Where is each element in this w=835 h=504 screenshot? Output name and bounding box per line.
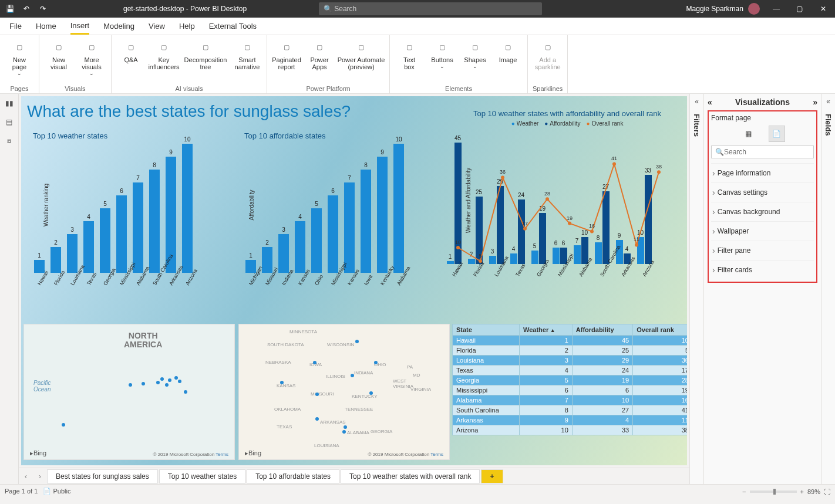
- section-canvas-settings[interactable]: Canvas settings: [711, 182, 814, 202]
- section-filter-pane[interactable]: Filter pane: [711, 241, 814, 260]
- page-tabs: ‹ › Best states for sunglass salesTop 10…: [19, 468, 689, 484]
- ribbon-smart-narrative[interactable]: ▢Smart narrative: [233, 38, 262, 84]
- ribbon-tabs: FileHomeInsertModelingViewHelpExternal T…: [0, 18, 835, 35]
- map1-terms-link[interactable]: Terms: [216, 452, 228, 457]
- data-view-icon[interactable]: ▤: [4, 116, 15, 128]
- global-search[interactable]: 🔍 Search: [319, 2, 542, 15]
- table-row[interactable]: Arkansas9411: [453, 415, 688, 425]
- collapse-fields-icon[interactable]: «: [826, 97, 830, 106]
- ribbon-paginated-report[interactable]: ▢Paginated report: [272, 38, 301, 84]
- redo-icon[interactable]: ↷: [38, 4, 48, 14]
- collapse-filters-icon[interactable]: «: [695, 97, 699, 106]
- fields-pane-collapsed[interactable]: « Fields: [821, 94, 835, 484]
- tab-home[interactable]: Home: [36, 18, 56, 35]
- chart2-ylabel: Affordability: [248, 190, 255, 220]
- zoom-in[interactable]: +: [800, 488, 804, 495]
- legend-weather: Weather: [511, 120, 539, 127]
- collapse-viz-icon[interactable]: «: [708, 97, 712, 107]
- ribbon-image[interactable]: ▢Image: [493, 38, 523, 84]
- avatar[interactable]: [748, 3, 760, 15]
- viz-pane-header: « Visualizations »: [708, 97, 817, 107]
- col-weather[interactable]: Weather ▲: [519, 324, 572, 336]
- minimize-button[interactable]: —: [765, 0, 788, 18]
- page-tab[interactable]: Best states for sunglass sales: [47, 469, 158, 483]
- map-north-america[interactable]: NORTH AMERICA Pacific Ocean ▸Bing © 2019…: [23, 324, 235, 460]
- ribbon-power-apps[interactable]: ▢Power Apps: [305, 38, 334, 84]
- page-tab[interactable]: Top 10 weather states: [159, 469, 245, 483]
- chart-top10-weather[interactable]: Top 10 weather states Weather ranking 1H…: [33, 131, 221, 289]
- model-view-icon[interactable]: ⧈: [4, 135, 15, 147]
- col-overall-rank[interactable]: Overall rank: [633, 324, 687, 336]
- ribbon-text-box[interactable]: ▢Text box: [395, 38, 424, 84]
- page-tab[interactable]: Top 10 weather states with overall rank: [341, 469, 480, 483]
- table-row[interactable]: Florida2255: [453, 346, 688, 356]
- page-tab[interactable]: Top 10 affordable states: [247, 469, 339, 483]
- report-canvas[interactable]: What are the best states for sunglass sa…: [21, 96, 687, 465]
- table-row[interactable]: Alabama71016: [453, 395, 688, 405]
- search-icon: 🔍: [324, 5, 332, 13]
- page-next[interactable]: ›: [33, 472, 47, 481]
- chart-top10-affordable[interactable]: Top 10 affordable states Affordability 1…: [244, 131, 432, 289]
- table-row[interactable]: Mississippi6619: [453, 385, 688, 395]
- col-state[interactable]: State: [453, 324, 520, 336]
- table-row[interactable]: Arizona103338: [453, 425, 688, 435]
- window-title: get-started-desktop - Power BI Desktop: [123, 5, 247, 13]
- map-us-states[interactable]: ▸Bing © 2019 Microsoft Corporation Terms…: [238, 324, 450, 460]
- undo-icon[interactable]: ↶: [21, 4, 32, 14]
- legend-overall: Overall rank: [586, 120, 623, 127]
- data-table[interactable]: StateWeather ▲AffordabilityOverall rank …: [452, 324, 687, 435]
- page-prev[interactable]: ‹: [19, 472, 33, 481]
- section-wallpaper[interactable]: Wallpaper: [711, 221, 814, 241]
- tab-help[interactable]: Help: [179, 18, 195, 35]
- zoom-control[interactable]: − + 89% ⛶: [742, 488, 830, 495]
- add-page-button[interactable]: +: [481, 469, 503, 483]
- ribbon: ▢New page⌄Pages▢New visual▢More visuals⌄…: [0, 35, 835, 94]
- ribbon-new-visual[interactable]: ▢New visual: [44, 38, 73, 84]
- tab-file[interactable]: File: [9, 18, 22, 35]
- legend-affordability: Affordability: [544, 120, 580, 127]
- build-visual-tab-icon[interactable]: ▦: [740, 126, 757, 142]
- ribbon-shapes[interactable]: ▢Shapes⌄: [460, 38, 490, 84]
- tab-external-tools[interactable]: External Tools: [209, 18, 257, 35]
- format-search[interactable]: 🔍: [711, 146, 814, 158]
- chart-combo[interactable]: Top 10 weather states with affordability…: [444, 109, 687, 280]
- table-row[interactable]: South Carolina82741: [453, 405, 688, 415]
- expand-viz-icon[interactable]: »: [813, 97, 817, 107]
- ribbon-more-visuals[interactable]: ▢More visuals⌄: [77, 38, 106, 84]
- table-row[interactable]: Louisiana32936: [453, 356, 688, 366]
- zoom-slider[interactable]: [750, 491, 797, 493]
- zoom-out[interactable]: −: [742, 488, 746, 495]
- ribbon-q&a[interactable]: ▢Q&A: [116, 38, 146, 84]
- tab-insert[interactable]: Insert: [70, 18, 90, 35]
- search-placeholder: Search: [334, 5, 356, 13]
- format-search-input[interactable]: [724, 148, 812, 156]
- search-icon: 🔍: [715, 148, 724, 156]
- section-page-information[interactable]: Page information: [711, 163, 814, 182]
- map2-terms-link[interactable]: Terms: [430, 452, 443, 457]
- fit-page-icon[interactable]: ⛶: [824, 488, 830, 495]
- format-page-tab-icon[interactable]: 📄: [769, 126, 785, 142]
- ribbon-decomposition-tree[interactable]: ▢Decomposition tree: [182, 38, 229, 84]
- user-name[interactable]: Maggie Sparkman: [686, 5, 743, 13]
- close-button[interactable]: ✕: [812, 0, 835, 18]
- ribbon-buttons[interactable]: ▢Buttons⌄: [427, 38, 457, 84]
- table-row[interactable]: Texas42417: [453, 366, 688, 376]
- maximize-button[interactable]: ▢: [788, 0, 812, 18]
- col-affordability[interactable]: Affordability: [572, 324, 632, 336]
- section-canvas-background[interactable]: Canvas background: [711, 202, 814, 221]
- ribbon-power-automate-(preview)[interactable]: ▢Power Automate (preview): [338, 38, 385, 84]
- section-filter-cards[interactable]: Filter cards: [711, 260, 814, 279]
- ribbon-new-page[interactable]: ▢New page⌄: [5, 38, 34, 84]
- view-switcher: ▮▮ ▤ ⧈: [0, 94, 19, 484]
- save-icon[interactable]: 💾: [5, 4, 15, 14]
- table-row[interactable]: Hawaii14510: [453, 336, 688, 346]
- table-row[interactable]: Georgia51928: [453, 376, 688, 385]
- chart1-ylabel: Weather ranking: [43, 184, 49, 226]
- bing-icon: ▸Bing: [30, 449, 46, 457]
- filters-pane-collapsed[interactable]: « Filters: [689, 94, 703, 484]
- tab-modeling[interactable]: Modeling: [103, 18, 134, 35]
- chart3-legend: Weather Affordability Overall rank: [444, 120, 687, 127]
- ribbon-key-influencers[interactable]: ▢Key influencers: [149, 38, 179, 84]
- tab-view[interactable]: View: [149, 18, 165, 35]
- report-view-icon[interactable]: ▮▮: [4, 97, 15, 109]
